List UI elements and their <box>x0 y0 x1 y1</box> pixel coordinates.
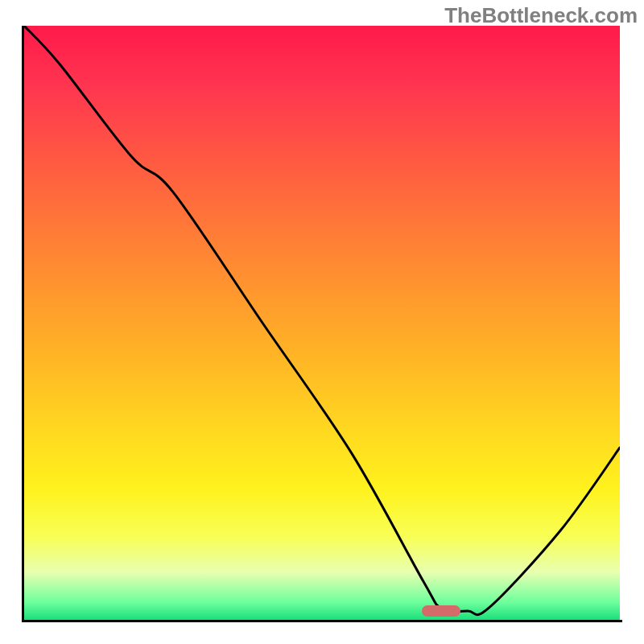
x-axis <box>22 620 622 622</box>
watermark-text: TheBottleneck.com <box>444 3 638 28</box>
chart-canvas: TheBottleneck.com <box>0 0 644 644</box>
optimum-marker <box>422 605 460 617</box>
y-axis <box>22 26 24 621</box>
plot-gradient-background <box>24 26 620 620</box>
